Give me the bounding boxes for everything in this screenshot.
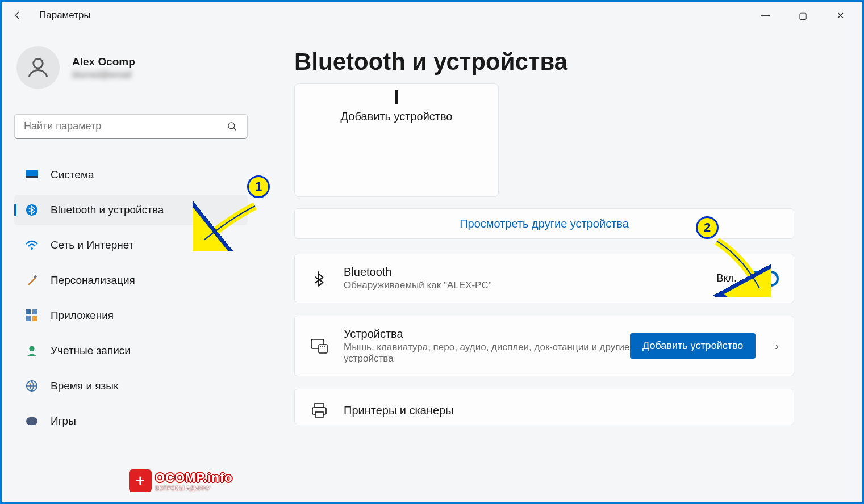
add-device-label: Добавить устройство <box>295 110 498 123</box>
svg-rect-16 <box>319 345 327 353</box>
svg-line-2 <box>234 128 236 130</box>
wifi-icon <box>24 238 39 253</box>
sidebar-item-apps[interactable]: Приложения <box>14 300 248 331</box>
svg-rect-7 <box>34 275 37 279</box>
brush-icon <box>24 273 39 288</box>
svg-rect-8 <box>26 309 31 314</box>
system-icon <box>24 167 39 182</box>
sidebar-item-label: Система <box>51 169 94 181</box>
sidebar-item-gaming[interactable]: Игры <box>14 406 248 436</box>
plus-icon <box>395 90 398 104</box>
sidebar-item-system[interactable]: Система <box>14 159 248 190</box>
sidebar-item-personalization[interactable]: Персонализация <box>14 265 248 296</box>
watermark-subtext: ВОПРОСЫ АДМИНУ <box>155 485 233 492</box>
app-title: Параметры <box>39 10 91 21</box>
add-device-button-label: Добавить устройство <box>642 340 743 351</box>
profile-block[interactable]: Alex Ocomp blurred@email <box>14 46 248 89</box>
sidebar-item-time-language[interactable]: Время и язык <box>14 371 248 401</box>
avatar <box>16 46 60 89</box>
annotation-arrow-1 <box>193 200 266 251</box>
annotation-marker-1: 1 <box>247 175 270 198</box>
svg-rect-11 <box>32 316 37 321</box>
svg-point-6 <box>31 247 33 250</box>
devices-icon <box>310 337 329 356</box>
svg-point-0 <box>34 58 43 68</box>
annotation-arrow-2 <box>703 234 771 297</box>
sidebar-item-label: Сеть и Интернет <box>51 239 133 251</box>
add-device-button[interactable]: Добавить устройство <box>630 333 756 359</box>
svg-rect-4 <box>26 176 38 178</box>
main-content: Bluetooth и устройства Добавить устройст… <box>260 29 862 502</box>
svg-point-12 <box>29 346 34 351</box>
bluetooth-row-subtitle: Обнаруживаемый как "ALEX-PC" <box>344 280 716 291</box>
profile-name: Alex Ocomp <box>72 56 135 68</box>
printers-row[interactable]: Принтеры и сканеры <box>294 389 794 425</box>
window-controls: — ▢ ✕ <box>757 10 862 21</box>
sidebar-item-label: Время и язык <box>51 380 118 392</box>
devices-row-title: Устройства <box>344 327 630 341</box>
svg-point-18 <box>322 346 323 347</box>
bluetooth-row-title: Bluetooth <box>344 266 716 279</box>
minimize-button[interactable]: — <box>757 10 774 20</box>
arrow-left-icon <box>12 10 23 20</box>
person-icon <box>26 55 51 80</box>
svg-rect-14 <box>26 417 37 425</box>
sidebar-item-label: Игры <box>51 415 76 427</box>
bluetooth-icon <box>24 203 39 217</box>
bluetooth-icon <box>310 269 329 288</box>
svg-rect-10 <box>26 316 31 321</box>
maximize-button[interactable]: ▢ <box>794 10 811 21</box>
search-icon <box>227 121 238 132</box>
svg-rect-22 <box>315 412 323 417</box>
devices-row-subtitle: Мышь, клавиатура, перо, аудио, дисплеи, … <box>344 342 630 364</box>
devices-row[interactable]: Устройства Мышь, клавиатура, перо, аудио… <box>294 316 794 376</box>
annotation-marker-1-label: 1 <box>255 179 262 194</box>
chevron-right-icon: › <box>775 339 779 352</box>
accounts-icon <box>24 343 39 358</box>
back-button[interactable] <box>12 10 23 21</box>
apps-icon <box>24 308 39 323</box>
watermark-text: OCOMP.info <box>155 471 233 485</box>
annotation-marker-2-label: 2 <box>704 220 711 235</box>
profile-email: blurred@email <box>72 70 135 80</box>
view-other-devices-label: Просмотреть другие устройства <box>460 217 629 230</box>
search-input[interactable] <box>24 120 227 132</box>
title-bar: Параметры — ▢ ✕ <box>2 2 862 29</box>
sidebar: Alex Ocomp blurred@email Система Bluetoo… <box>2 29 260 502</box>
watermark-badge-icon: + <box>129 469 152 492</box>
sidebar-item-accounts[interactable]: Учетные записи <box>14 335 248 366</box>
close-button[interactable]: ✕ <box>832 10 849 21</box>
svg-point-1 <box>228 122 235 128</box>
svg-rect-20 <box>315 404 324 408</box>
search-box[interactable] <box>14 114 248 139</box>
printer-icon <box>310 401 329 420</box>
svg-point-17 <box>320 346 321 347</box>
sidebar-item-label: Приложения <box>51 309 114 322</box>
sidebar-item-label: Персонализация <box>51 274 135 287</box>
page-title: Bluetooth и устройства <box>294 48 840 75</box>
sidebar-item-label: Учетные записи <box>51 345 131 357</box>
watermark: + OCOMP.info ВОПРОСЫ АДМИНУ <box>129 469 233 492</box>
annotation-marker-2: 2 <box>696 216 719 239</box>
svg-point-19 <box>324 346 325 347</box>
svg-rect-9 <box>32 309 37 314</box>
games-icon <box>24 414 39 429</box>
sidebar-item-label: Bluetooth и устройства <box>51 204 164 216</box>
printers-row-title: Принтеры и сканеры <box>344 404 779 417</box>
globe-icon <box>24 379 39 393</box>
add-device-card[interactable]: Добавить устройство <box>294 83 499 197</box>
